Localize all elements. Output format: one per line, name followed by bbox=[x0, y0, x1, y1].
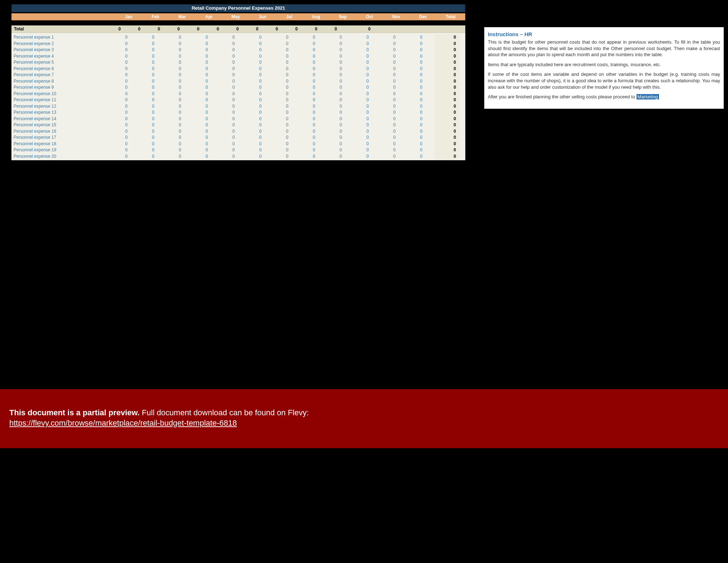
cell[interactable]: 0 bbox=[167, 122, 193, 128]
cell[interactable]: 0 bbox=[408, 34, 435, 41]
cell[interactable]: 0 bbox=[247, 141, 274, 147]
cell[interactable]: 0 bbox=[301, 97, 327, 103]
cell[interactable]: 0 bbox=[408, 103, 435, 110]
cell[interactable]: 0 bbox=[193, 72, 220, 78]
cell[interactable]: 0 bbox=[381, 147, 408, 153]
cell[interactable]: 0 bbox=[274, 41, 301, 47]
cell[interactable]: 0 bbox=[381, 91, 408, 97]
cell[interactable]: 0 bbox=[220, 109, 247, 116]
cell[interactable]: 0 bbox=[274, 122, 301, 128]
cell[interactable]: 0 bbox=[140, 78, 167, 85]
cell[interactable]: 0 bbox=[301, 141, 327, 147]
cell[interactable]: 0 bbox=[167, 103, 193, 110]
cell[interactable]: 0 bbox=[113, 97, 140, 103]
cell[interactable]: 0 bbox=[354, 116, 381, 122]
cell[interactable]: 0 bbox=[193, 147, 220, 153]
cell[interactable]: 0 bbox=[113, 147, 140, 153]
cell[interactable]: 0 bbox=[274, 109, 301, 116]
cell[interactable]: 0 bbox=[274, 84, 301, 91]
cell[interactable]: 0 bbox=[140, 147, 167, 153]
cell[interactable]: 0 bbox=[381, 47, 408, 53]
cell[interactable]: 0 bbox=[381, 109, 408, 116]
cell[interactable]: 0 bbox=[381, 78, 408, 85]
cell[interactable]: 0 bbox=[301, 122, 327, 128]
cell[interactable]: 0 bbox=[327, 141, 354, 147]
cell[interactable]: 0 bbox=[140, 34, 167, 41]
cell[interactable]: 0 bbox=[167, 109, 193, 116]
cell[interactable]: 0 bbox=[193, 141, 220, 147]
cell[interactable]: 0 bbox=[193, 103, 220, 110]
cell[interactable]: 0 bbox=[167, 59, 193, 66]
cell[interactable]: 0 bbox=[247, 116, 274, 122]
cell[interactable]: 0 bbox=[327, 134, 354, 141]
cell[interactable]: 0 bbox=[247, 47, 274, 53]
cell[interactable]: 0 bbox=[220, 147, 247, 153]
cell[interactable]: 0 bbox=[113, 103, 140, 110]
cell[interactable]: 0 bbox=[327, 116, 354, 122]
cell[interactable]: 0 bbox=[354, 141, 381, 147]
cell[interactable]: 0 bbox=[220, 78, 247, 85]
cell[interactable]: 0 bbox=[167, 72, 193, 78]
cell[interactable]: 0 bbox=[354, 91, 381, 97]
cell[interactable]: 0 bbox=[220, 47, 247, 53]
cell[interactable]: 0 bbox=[167, 128, 193, 135]
cell[interactable]: 0 bbox=[274, 141, 301, 147]
cell[interactable]: 0 bbox=[274, 153, 301, 160]
cell[interactable]: 0 bbox=[193, 47, 220, 53]
cell[interactable]: 0 bbox=[274, 134, 301, 141]
cell[interactable]: 0 bbox=[301, 53, 327, 60]
cell[interactable]: 0 bbox=[140, 97, 167, 103]
cell[interactable]: 0 bbox=[301, 72, 327, 78]
cell[interactable]: 0 bbox=[167, 147, 193, 153]
cell[interactable]: 0 bbox=[301, 78, 327, 85]
cell[interactable]: 0 bbox=[220, 34, 247, 41]
cell[interactable]: 0 bbox=[247, 41, 274, 47]
cell[interactable]: 0 bbox=[247, 128, 274, 135]
marketing-link[interactable]: Marketing bbox=[637, 94, 659, 99]
cell[interactable]: 0 bbox=[408, 53, 435, 60]
cell[interactable]: 0 bbox=[193, 78, 220, 85]
cell[interactable]: 0 bbox=[354, 78, 381, 85]
cell[interactable]: 0 bbox=[140, 116, 167, 122]
cell[interactable]: 0 bbox=[220, 72, 247, 78]
cell[interactable]: 0 bbox=[247, 97, 274, 103]
cell[interactable]: 0 bbox=[301, 59, 327, 66]
cell[interactable]: 0 bbox=[113, 78, 140, 85]
cell[interactable]: 0 bbox=[354, 122, 381, 128]
cell[interactable]: 0 bbox=[327, 78, 354, 85]
cell[interactable]: 0 bbox=[301, 41, 327, 47]
cell[interactable]: 0 bbox=[354, 128, 381, 135]
cell[interactable]: 0 bbox=[220, 41, 247, 47]
cell[interactable]: 0 bbox=[193, 97, 220, 103]
cell[interactable]: 0 bbox=[301, 134, 327, 141]
cell[interactable]: 0 bbox=[140, 122, 167, 128]
cell[interactable]: 0 bbox=[247, 134, 274, 141]
cell[interactable]: 0 bbox=[327, 72, 354, 78]
cell[interactable]: 0 bbox=[301, 66, 327, 72]
cell[interactable]: 0 bbox=[247, 66, 274, 72]
cell[interactable]: 0 bbox=[140, 103, 167, 110]
cell[interactable]: 0 bbox=[247, 59, 274, 66]
cell[interactable]: 0 bbox=[408, 47, 435, 53]
cell[interactable]: 0 bbox=[274, 97, 301, 103]
cell[interactable]: 0 bbox=[381, 72, 408, 78]
cell[interactable]: 0 bbox=[140, 47, 167, 53]
cell[interactable]: 0 bbox=[140, 53, 167, 60]
cell[interactable]: 0 bbox=[381, 134, 408, 141]
cell[interactable]: 0 bbox=[193, 91, 220, 97]
cell[interactable]: 0 bbox=[247, 53, 274, 60]
cell[interactable]: 0 bbox=[247, 103, 274, 110]
cell[interactable]: 0 bbox=[408, 141, 435, 147]
cell[interactable]: 0 bbox=[140, 41, 167, 47]
cell[interactable]: 0 bbox=[193, 134, 220, 141]
cell[interactable]: 0 bbox=[113, 53, 140, 60]
cell[interactable]: 0 bbox=[113, 84, 140, 91]
cell[interactable]: 0 bbox=[167, 91, 193, 97]
cell[interactable]: 0 bbox=[327, 128, 354, 135]
cell[interactable]: 0 bbox=[113, 72, 140, 78]
cell[interactable]: 0 bbox=[220, 53, 247, 60]
cell[interactable]: 0 bbox=[301, 91, 327, 97]
cell[interactable]: 0 bbox=[408, 66, 435, 72]
cell[interactable]: 0 bbox=[354, 103, 381, 110]
cell[interactable]: 0 bbox=[220, 122, 247, 128]
